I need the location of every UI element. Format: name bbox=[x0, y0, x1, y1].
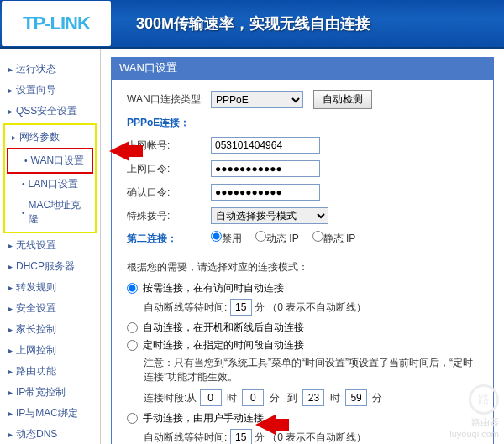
app-header: TP-LINK 300M传输速率，实现无线自由连接 bbox=[0, 0, 504, 49]
logo-box: TP-LINK bbox=[2, 1, 111, 46]
sec-radio-dynamic[interactable] bbox=[255, 231, 266, 242]
mode1-label: 按需连接，在有访问时自动连接 bbox=[143, 281, 284, 295]
detect-button[interactable]: 自动检测 bbox=[313, 90, 372, 109]
logo-text: TP-LINK bbox=[23, 13, 90, 34]
sidebar: 运行状态 设置向导 QSS安全设置 网络参数 WAN口设置 LAN口设置 MAC… bbox=[0, 49, 101, 444]
mode3-radio[interactable] bbox=[127, 340, 138, 351]
mode3-time-label: 连接时段:从 bbox=[144, 392, 197, 404]
nav-lan[interactable]: LAN口设置 bbox=[7, 174, 93, 195]
conn-type-select[interactable]: PPPoE bbox=[211, 91, 303, 108]
panel-body: WAN口连接类型: PPPoE 自动检测 PPPoE连接： 上网帐号: 上网口令… bbox=[111, 79, 494, 444]
mode3-to-h[interactable] bbox=[302, 389, 324, 406]
nav-dhcp[interactable]: DHCP服务器 bbox=[3, 256, 97, 277]
sec-radio-static[interactable] bbox=[312, 231, 323, 242]
special-select[interactable]: 自动选择拨号模式 bbox=[211, 207, 328, 224]
header-slogan: 300M传输速率，实现无线自由连接 bbox=[136, 13, 370, 34]
panel-title: WAN口设置 bbox=[111, 57, 494, 79]
annotation-arrow-1 bbox=[109, 141, 129, 161]
mode4-sub-a: 自动断线等待时间: bbox=[144, 431, 227, 443]
nav-wireless[interactable]: 无线设置 bbox=[3, 235, 97, 256]
mode1-sub-a: 自动断线等待时间: bbox=[144, 301, 227, 313]
conn-type-label: WAN口连接类型: bbox=[127, 92, 211, 107]
pwd2-input[interactable] bbox=[211, 184, 320, 201]
mode3-from-h[interactable] bbox=[200, 389, 222, 406]
mode-desc: 根据您的需要，请选择对应的连接模式： bbox=[127, 260, 478, 274]
nav-group-network: 网络参数 WAN口设置 LAN口设置 MAC地址克隆 bbox=[3, 123, 97, 233]
pppoe-section-label: PPPoE连接： bbox=[127, 116, 211, 130]
nav-wizard[interactable]: 设置向导 bbox=[3, 80, 97, 101]
nav-access[interactable]: 上网控制 bbox=[3, 340, 97, 361]
main-panel: WAN口设置 WAN口连接类型: PPPoE 自动检测 PPPoE连接： 上网帐… bbox=[101, 49, 504, 444]
sec-radio-disable[interactable] bbox=[211, 231, 222, 242]
pwd-label: 上网口令: bbox=[127, 162, 211, 176]
pwd2-label: 确认口令: bbox=[127, 185, 211, 200]
watermark-text1: 路由器 bbox=[449, 416, 499, 429]
nav-security[interactable]: 安全设置 bbox=[3, 298, 97, 319]
special-label: 特殊拨号: bbox=[127, 209, 211, 223]
mode4-timeout-input[interactable] bbox=[230, 429, 252, 444]
mode4-label: 手动连接，由用户手动连接 bbox=[143, 411, 264, 426]
mode1-radio[interactable] bbox=[127, 283, 138, 294]
nav-ipmac[interactable]: IP与MAC绑定 bbox=[3, 403, 97, 424]
watermark-icon: 路 bbox=[469, 384, 499, 415]
mode2-radio[interactable] bbox=[127, 322, 138, 333]
nav-forward[interactable]: 转发规则 bbox=[3, 277, 97, 298]
watermark-text2: luyouqi.com bbox=[449, 429, 499, 439]
nav-network[interactable]: 网络参数 bbox=[7, 127, 93, 148]
mode3-from-m[interactable] bbox=[242, 389, 264, 406]
sec-opt-static[interactable]: 静态 IP bbox=[312, 231, 356, 246]
nav-qss[interactable]: QSS安全设置 bbox=[3, 101, 97, 122]
mode3-label: 定时连接，在指定的时间段自动连接 bbox=[143, 338, 304, 353]
sec-conn-label: 第二连接： bbox=[127, 232, 211, 246]
acct-input[interactable] bbox=[211, 137, 320, 154]
mode2-label: 自动连接，在开机和断线后自动连接 bbox=[143, 321, 304, 335]
nav-ddns[interactable]: 动态DNS bbox=[3, 424, 97, 444]
nav-mac[interactable]: MAC地址克隆 bbox=[7, 195, 93, 230]
nav-routing[interactable]: 路由功能 bbox=[3, 361, 97, 382]
sec-opt-disable[interactable]: 禁用 bbox=[211, 231, 242, 246]
mode4-radio[interactable] bbox=[127, 413, 138, 424]
nav-parental[interactable]: 家长控制 bbox=[3, 319, 97, 340]
sec-opt-dynamic[interactable]: 动态 IP bbox=[255, 231, 299, 246]
nav-wan[interactable]: WAN口设置 bbox=[9, 150, 91, 171]
nav-wan-highlight: WAN口设置 bbox=[7, 148, 93, 174]
pwd-input[interactable] bbox=[211, 160, 320, 177]
annotation-arrow-2 bbox=[255, 415, 276, 435]
mode1-timeout-input[interactable] bbox=[230, 299, 252, 316]
watermark: 路 路由器 luyouqi.com bbox=[449, 384, 499, 439]
mode1-sub-b: 分 （0 表示不自动断线） bbox=[255, 301, 366, 313]
mode3-note: 注意：只有当您到“系统工具”菜单的“时间设置”项设置了当前时间后，“定时连接”功… bbox=[144, 356, 478, 384]
nav-status[interactable]: 运行状态 bbox=[3, 59, 97, 80]
mode3-to-m[interactable] bbox=[345, 389, 367, 406]
nav-bandwidth[interactable]: IP带宽控制 bbox=[3, 382, 97, 403]
